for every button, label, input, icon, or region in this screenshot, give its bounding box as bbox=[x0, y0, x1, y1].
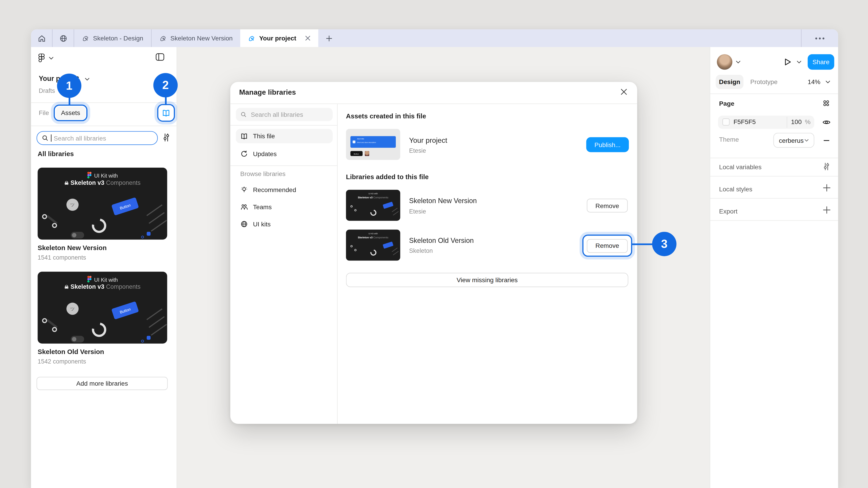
export-section[interactable]: Export bbox=[719, 208, 737, 215]
remove-theme-button[interactable] bbox=[823, 137, 830, 144]
remove-skeleton-old-version-button[interactable]: Remove bbox=[587, 239, 628, 253]
play-icon bbox=[783, 57, 792, 67]
figma-logo-icon bbox=[38, 53, 45, 63]
nav-recommended[interactable]: Recommended bbox=[236, 183, 333, 197]
library-card-skeleton-new-version[interactable]: UI Kit with ☠ Skeleton v3 Components ツ B… bbox=[38, 168, 167, 239]
breadcrumb[interactable]: Drafts bbox=[39, 88, 55, 94]
view-missing-libraries-button[interactable]: View missing libraries bbox=[346, 273, 628, 287]
open-libraries-button[interactable] bbox=[159, 106, 173, 120]
tab-prototype[interactable]: Prototype bbox=[747, 75, 781, 89]
nav-ui-kits[interactable]: UI kits bbox=[236, 217, 333, 231]
tab-label: Skeleton New Version bbox=[170, 35, 233, 41]
nav-this-file[interactable]: This file bbox=[236, 129, 333, 143]
thumb-spinner-component bbox=[89, 216, 109, 236]
open-variables-button[interactable] bbox=[823, 162, 830, 171]
left-sidebar: Your project Drafts File Assets Search a… bbox=[31, 47, 177, 488]
publish-button[interactable]: Publish... bbox=[586, 137, 629, 152]
plus-icon bbox=[823, 184, 831, 192]
chevron-down-icon[interactable] bbox=[736, 60, 741, 64]
view-missing-libraries-label: View missing libraries bbox=[457, 276, 518, 283]
add-export-button[interactable] bbox=[823, 206, 831, 214]
local-styles-section[interactable]: Local styles bbox=[719, 186, 752, 193]
fill-color-swatch[interactable] bbox=[722, 119, 730, 126]
styles-picker-button[interactable] bbox=[822, 99, 831, 107]
search-icon bbox=[240, 111, 247, 118]
page-fill-row[interactable]: F5F5F5 100 % bbox=[718, 116, 814, 129]
figma-mark-icon bbox=[87, 275, 92, 283]
community-button[interactable] bbox=[53, 29, 74, 47]
tab-skeleton-new-version[interactable]: Skeleton New Version bbox=[151, 29, 240, 47]
library-row-owner: Etesie bbox=[409, 208, 426, 215]
present-button[interactable] bbox=[783, 57, 792, 67]
zoom-level[interactable]: 14% bbox=[808, 78, 820, 85]
mini-slider-knob bbox=[350, 245, 352, 248]
your-project-thumbnail: Alert title Short and clear description … bbox=[346, 129, 400, 160]
share-label: Share bbox=[812, 59, 829, 65]
mini-kit-line: UI Kit with bbox=[356, 193, 390, 195]
close-tab-button[interactable] bbox=[305, 35, 311, 41]
add-style-button[interactable] bbox=[823, 184, 831, 192]
home-button[interactable] bbox=[31, 29, 52, 47]
mini-title-line: Skeleton v3 Components bbox=[351, 236, 395, 239]
nav-item-label: This file bbox=[253, 133, 275, 139]
annotation-number: 2 bbox=[162, 78, 169, 92]
thumb-accordion-line bbox=[147, 308, 162, 320]
lightbulb-icon bbox=[240, 186, 248, 194]
remove-skeleton-new-version-button[interactable]: Remove bbox=[587, 199, 628, 213]
close-modal-button[interactable] bbox=[620, 88, 628, 96]
theme-dropdown[interactable]: cerberus bbox=[773, 133, 814, 148]
tab-label: Your project bbox=[259, 35, 296, 41]
divider bbox=[710, 158, 838, 158]
modal-title: Manage libraries bbox=[239, 88, 296, 96]
tab-file[interactable]: File bbox=[39, 109, 49, 116]
user-avatar[interactable] bbox=[717, 54, 733, 70]
local-variables-section[interactable]: Local variables bbox=[719, 164, 762, 170]
chevron-down-icon[interactable] bbox=[825, 80, 830, 84]
nav-updates[interactable]: Updates bbox=[236, 147, 333, 161]
thumb-slider-knob bbox=[42, 214, 47, 219]
chevron-down-icon[interactable] bbox=[797, 60, 802, 64]
fill-opacity-value[interactable]: 100 bbox=[791, 119, 802, 125]
fill-hex-value[interactable]: F5F5F5 bbox=[734, 119, 756, 125]
search-input[interactable]: Search all libraries bbox=[37, 131, 158, 145]
tab-skeleton-design[interactable]: Skeleton - Design bbox=[74, 29, 151, 47]
toggle-visibility-button[interactable] bbox=[822, 118, 831, 127]
tab-your-project[interactable]: Your project bbox=[241, 29, 318, 47]
library-row-thumbnail: UI Kit with Skeleton v3 Components bbox=[346, 190, 400, 221]
add-more-libraries-button[interactable]: Add more libraries bbox=[37, 377, 168, 390]
modal-search-input[interactable]: Search all libraries bbox=[236, 108, 333, 121]
share-button[interactable]: Share bbox=[808, 54, 834, 70]
tab-design[interactable]: Design bbox=[716, 75, 743, 89]
figma-file-icon bbox=[82, 35, 89, 42]
divider bbox=[710, 94, 838, 94]
tab-assets[interactable]: Assets bbox=[56, 106, 86, 119]
skull-icon: ☠ bbox=[64, 180, 69, 186]
right-sidebar: Share Design Prototype 14% Page F5F5F5 bbox=[710, 47, 838, 488]
chevron-down-icon[interactable] bbox=[85, 77, 90, 81]
divider bbox=[31, 126, 177, 126]
divider bbox=[230, 165, 337, 166]
card-title-line: ☠ Skeleton v3 Components bbox=[38, 283, 167, 290]
eye-icon bbox=[822, 118, 831, 127]
figma-logo-menu[interactable] bbox=[38, 53, 45, 63]
nav-item-label: Updates bbox=[253, 151, 277, 157]
card-kit-line: UI Kit with bbox=[38, 275, 167, 283]
panel-toggle-button[interactable] bbox=[156, 53, 164, 61]
divider bbox=[710, 198, 838, 199]
tab-prototype-label: Prototype bbox=[750, 78, 778, 85]
book-icon bbox=[162, 108, 170, 117]
thumb-slider-component bbox=[46, 215, 57, 224]
sliders-icon bbox=[162, 133, 170, 142]
mini-spinner-component bbox=[369, 248, 378, 257]
thumb-accordion-line bbox=[149, 316, 165, 328]
window-menu-button[interactable] bbox=[802, 29, 838, 47]
mini-button-component bbox=[383, 201, 394, 209]
chevron-down-icon bbox=[804, 139, 809, 142]
chevron-down-icon[interactable] bbox=[49, 57, 54, 60]
tab-label: Skeleton - Design bbox=[93, 35, 143, 41]
nav-teams[interactable]: Teams bbox=[236, 200, 333, 214]
filter-button[interactable] bbox=[162, 133, 170, 142]
new-tab-button[interactable] bbox=[318, 29, 340, 47]
tab-bar: Skeleton - Design Skeleton New Version Y… bbox=[31, 29, 838, 47]
library-card-skeleton-old-version[interactable]: UI Kit with ☠ Skeleton v3 Components ツ B… bbox=[38, 271, 167, 344]
